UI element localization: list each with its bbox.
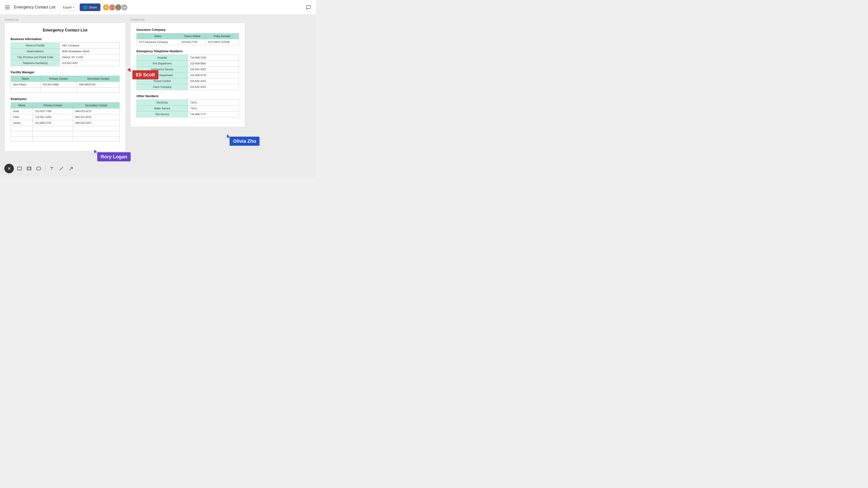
business-info-table: Name of Facility ABC Company Street Addr… bbox=[11, 42, 120, 66]
col-header-name: Name bbox=[11, 76, 40, 82]
left-panel: Emergency Contact List Business Informat… bbox=[4, 23, 126, 152]
svg-line-11 bbox=[60, 167, 63, 170]
facility-section-heading: Facility Manager bbox=[11, 70, 120, 74]
col-header-primary: Primary Contact bbox=[40, 76, 77, 82]
collaborator-avatars: K +3 bbox=[103, 4, 128, 11]
insurance-section-heading: Insurance Company bbox=[136, 28, 239, 31]
left-panel-label: Contact List bbox=[4, 18, 126, 21]
other-numbers-table: Electricity 716-6... Water Service 716-6… bbox=[136, 100, 239, 117]
close-button[interactable]: ✕ bbox=[4, 164, 14, 173]
arrow-tool[interactable] bbox=[67, 165, 75, 172]
export-button[interactable]: Export ▾ bbox=[60, 4, 77, 11]
svg-rect-8 bbox=[37, 167, 40, 170]
line-tool[interactable] bbox=[58, 165, 65, 172]
table-row: Anne 315-915-7768 646-515-4272 bbox=[11, 108, 120, 114]
globe-icon: 🌐 bbox=[83, 5, 88, 9]
table-row bbox=[11, 126, 120, 131]
emergency-numbers-table: Hospital 716-638-7432 Fire Department 31… bbox=[136, 55, 239, 90]
table-row: Dick Peters 315-815-4568 646-589-6703 bbox=[11, 82, 120, 88]
doc-main-title: Emergency Contact List bbox=[11, 28, 120, 33]
svg-point-1 bbox=[110, 8, 114, 10]
table-row: James 212-839-2720 646-542-0427 bbox=[11, 120, 120, 126]
olivia-zhu-cursor bbox=[226, 134, 230, 140]
avatar-overflow: +3 bbox=[121, 4, 128, 11]
frame-tool[interactable] bbox=[25, 165, 33, 172]
table-row: Taxi Service 716-666-7777 bbox=[137, 111, 239, 117]
col-name: Name bbox=[137, 33, 179, 39]
table-row bbox=[11, 131, 120, 136]
emergency-section-heading: Emergency Telephone Numbers bbox=[136, 50, 239, 53]
rectangle-tool[interactable] bbox=[16, 165, 24, 172]
table-row bbox=[11, 136, 120, 142]
right-panel-wrap: Contact List Insurance Company Name Clai… bbox=[130, 18, 245, 174]
table-row: Police Department 315-609-5724 bbox=[137, 72, 239, 78]
document-title: Emergency Contact List bbox=[14, 5, 55, 9]
table-row: Ambulance Service 315-632-4207 bbox=[137, 67, 239, 72]
menu-button[interactable] bbox=[3, 3, 11, 11]
toolbar-divider bbox=[45, 165, 45, 171]
col-policy: Policy Number bbox=[205, 33, 239, 39]
svg-rect-5 bbox=[27, 167, 31, 170]
table-row: Electricity 716-6... bbox=[137, 100, 239, 106]
topbar: Emergency Contact List Export ▾ 🌐 Share … bbox=[0, 0, 316, 15]
rounded-rect-tool[interactable] bbox=[35, 165, 42, 172]
svg-point-2 bbox=[117, 5, 120, 8]
facility-manager-table: Name Primary Contact Secondary Contact D… bbox=[11, 76, 120, 93]
col-header-secondary: Secondary Contact bbox=[73, 103, 119, 108]
business-section-heading: Business Information bbox=[11, 37, 120, 41]
col-header-primary: Primary Contact bbox=[33, 103, 73, 108]
chat-button[interactable] bbox=[305, 3, 312, 11]
table-row: Peter 716-661-2290 845-321-6231 bbox=[11, 114, 120, 120]
left-panel-wrap: Contact List Emergency Contact List Busi… bbox=[4, 18, 126, 174]
table-row: Hospital 716-638-7432 bbox=[137, 55, 239, 61]
chevron-down-icon: ▾ bbox=[73, 6, 74, 8]
right-panel: Insurance Company Name Claims Hotline Po… bbox=[130, 23, 245, 127]
svg-point-0 bbox=[111, 5, 114, 8]
table-row: Telephone Number(s) 315-632-4207 bbox=[11, 60, 120, 66]
table-row: XYZ Insurance Company 315-815-7755 XYZ-5… bbox=[137, 39, 239, 45]
col-header-name: Name bbox=[11, 103, 33, 108]
svg-rect-4 bbox=[18, 167, 22, 170]
col-header-secondary: Secondary Contact bbox=[77, 76, 120, 82]
col-claims: Claims Hotline bbox=[179, 33, 205, 39]
bottom-toolbar: ✕ bbox=[4, 164, 75, 173]
svg-line-12 bbox=[69, 167, 72, 170]
other-section-heading: Other Numbers bbox=[136, 94, 239, 98]
table-row: Alarm Company 315-632-4207 bbox=[137, 84, 239, 90]
insurance-table: Name Claims Hotline Policy Number XYZ In… bbox=[136, 33, 239, 45]
table-row bbox=[11, 88, 120, 93]
table-row: Poison Control 315-632-4321 bbox=[137, 78, 239, 84]
text-tool[interactable] bbox=[48, 165, 56, 172]
table-row: Name of Facility ABC Company bbox=[11, 43, 120, 48]
share-button[interactable]: 🌐 Share bbox=[80, 3, 100, 11]
table-row: City, Province and Postal Code Astoria, … bbox=[11, 55, 120, 60]
rory-logan-cursor bbox=[94, 149, 98, 155]
right-panel-label: Contact List bbox=[130, 18, 245, 21]
svg-point-3 bbox=[116, 8, 120, 10]
table-row: Water Service 716-6... bbox=[137, 106, 239, 111]
main-area: Contact List Emergency Contact List Busi… bbox=[0, 15, 316, 177]
table-row: Fire Department 315-609-5981 bbox=[137, 61, 239, 67]
employees-section-heading: Employees bbox=[11, 97, 120, 101]
table-row: Street Address 9646 Studebaker Street bbox=[11, 48, 120, 55]
employees-table: Name Primary Contact Secondary Contact A… bbox=[11, 102, 120, 142]
